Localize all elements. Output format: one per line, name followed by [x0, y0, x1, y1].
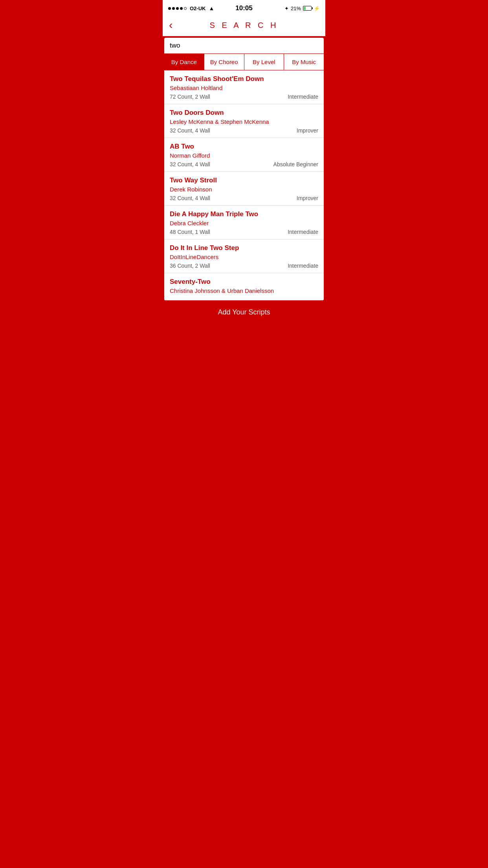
main-content: By Dance By Choreo By Level By Music Two…: [163, 36, 325, 302]
battery-box: [303, 6, 312, 11]
level-badge: Intermediate: [288, 94, 318, 100]
dance-title: Seventy-Two: [170, 278, 318, 286]
signal-dot-3: [176, 7, 179, 10]
footer: Add Your Scripts: [163, 302, 325, 323]
dance-title: Do It In Line Two Step: [170, 244, 318, 252]
level-badge: Improver: [297, 195, 318, 201]
list-item[interactable]: Two Way StrollDerek Robinson32 Count, 4 …: [164, 172, 324, 206]
level-badge: Intermediate: [288, 229, 318, 235]
level-badge: Absolute Beginner: [273, 161, 318, 167]
tab-by-choreo[interactable]: By Choreo: [204, 54, 244, 70]
list-item[interactable]: Two Tequilas Shoot'Em DownSebastiaan Hol…: [164, 70, 324, 104]
back-button[interactable]: ‹: [169, 19, 176, 31]
search-input[interactable]: [170, 42, 318, 50]
choreographer: DoItInLineDancers: [170, 254, 318, 260]
search-container: By Dance By Choreo By Level By Music Two…: [164, 38, 324, 300]
count-wall: 32 Count, 4 Wall: [170, 195, 210, 201]
details-row: 72 Count, 2 WallIntermediate: [170, 94, 318, 104]
header: ‹ S E A R C H: [163, 16, 325, 36]
battery-container: [303, 6, 312, 11]
list-item[interactable]: AB TwoNorman Gifford32 Count, 4 WallAbso…: [164, 138, 324, 172]
choreographer: Derek Robinson: [170, 186, 318, 193]
tabs-row: By Dance By Choreo By Level By Music: [164, 53, 324, 70]
page-title: S E A R C H: [210, 21, 279, 30]
details-row: 36 Count, 2 WallIntermediate: [170, 263, 318, 273]
status-bar: O2-UK ▲ 10:05 ✦ 21% ⚡: [163, 0, 325, 16]
status-left: O2-UK ▲: [168, 5, 214, 11]
signal-dot-4: [180, 7, 183, 10]
signal-dot-1: [168, 7, 171, 10]
status-right: ✦ 21% ⚡: [284, 6, 320, 11]
tab-by-level[interactable]: By Level: [244, 54, 284, 70]
dance-title: AB Two: [170, 143, 318, 151]
charging-icon: ⚡: [314, 6, 320, 11]
list-item[interactable]: Die A Happy Man Triple TwoDebra Cleckler…: [164, 206, 324, 239]
signal-dots: [168, 7, 187, 10]
signal-dot-5: [184, 7, 187, 10]
level-badge: Improver: [297, 127, 318, 134]
status-time: 10:05: [235, 4, 252, 12]
details-row: 32 Count, 4 WallImprover: [170, 195, 318, 205]
details-row: [170, 296, 318, 300]
count-wall: 72 Count, 2 Wall: [170, 94, 210, 100]
wifi-icon: ▲: [209, 5, 214, 11]
battery-fill: [304, 7, 306, 10]
carrier-name: O2-UK: [190, 6, 205, 11]
count-wall: 32 Count, 4 Wall: [170, 127, 210, 134]
choreographer: Sebastiaan Holtland: [170, 85, 318, 91]
list-item[interactable]: Seventy-TwoChristina Johnsson & Urban Da…: [164, 273, 324, 300]
dance-title: Die A Happy Man Triple Two: [170, 210, 318, 218]
list-item[interactable]: Two Doors DownLesley McKenna & Stephen M…: [164, 104, 324, 138]
battery-percent: 21%: [291, 6, 301, 11]
results-list: Two Tequilas Shoot'Em DownSebastiaan Hol…: [164, 70, 324, 300]
details-row: 32 Count, 4 WallAbsolute Beginner: [170, 161, 318, 171]
count-wall: 32 Count, 4 Wall: [170, 161, 210, 167]
choreographer: Lesley McKenna & Stephen McKenna: [170, 118, 318, 125]
choreographer: Christina Johnsson & Urban Danielsson: [170, 287, 318, 294]
details-row: 48 Count, 1 WallIntermediate: [170, 229, 318, 239]
footer-label[interactable]: Add Your Scripts: [218, 308, 270, 316]
dance-title: Two Way Stroll: [170, 177, 318, 184]
choreographer: Norman Gifford: [170, 152, 318, 159]
dance-title: Two Doors Down: [170, 109, 318, 117]
count-wall: 48 Count, 1 Wall: [170, 229, 210, 235]
tab-by-dance[interactable]: By Dance: [164, 54, 204, 70]
dance-title: Two Tequilas Shoot'Em Down: [170, 75, 318, 83]
choreographer: Debra Cleckler: [170, 220, 318, 226]
bluetooth-icon: ✦: [284, 6, 289, 11]
search-input-area: [164, 38, 324, 53]
tab-by-music[interactable]: By Music: [284, 54, 324, 70]
list-item[interactable]: Do It In Line Two StepDoItInLineDancers3…: [164, 239, 324, 273]
count-wall: 36 Count, 2 Wall: [170, 263, 210, 269]
details-row: 32 Count, 4 WallImprover: [170, 127, 318, 138]
signal-dot-2: [172, 7, 175, 10]
level-badge: Intermediate: [288, 263, 318, 269]
